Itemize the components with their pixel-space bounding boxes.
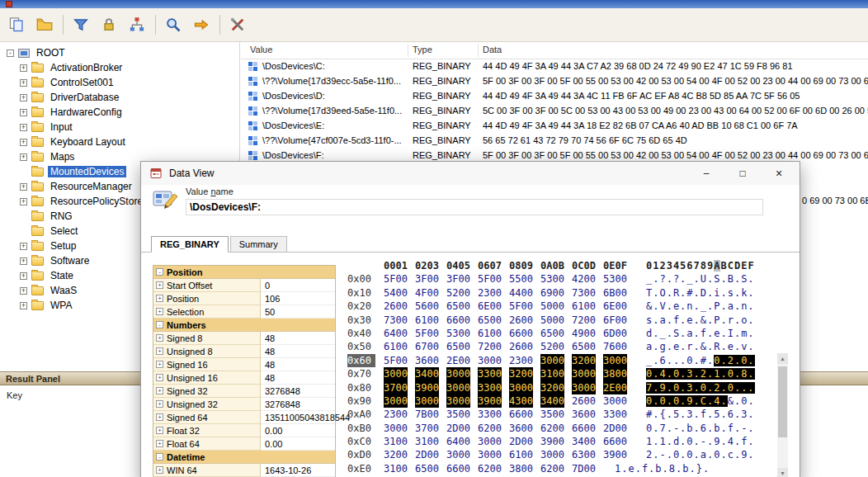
hex-byte-group[interactable]: 3200 [509,367,533,380]
hex-byte-group[interactable]: 3400 [572,435,596,448]
scrollbar-thumb[interactable] [778,366,787,437]
hex-byte-group[interactable]: 3100 [540,367,564,380]
hex-byte-group[interactable]: 3300 [603,408,627,421]
hex-byte-group[interactable]: 6600 [603,435,627,448]
hex-byte-group[interactable]: 6600 [509,327,533,340]
tree-item-input[interactable]: +Input [0,120,239,135]
property-row-float-32[interactable]: +Float 320.00 [153,424,335,437]
hex-byte-group[interactable]: 3000 [603,354,627,367]
hex-byte-group[interactable]: 6E00 [603,300,627,313]
dialog-titlebar[interactable]: Data View – □ × [141,162,800,185]
hex-offset-gutter[interactable]: 0xC0 [347,435,375,448]
hex-byte-group[interactable]: 3500 [446,408,470,421]
hex-byte-group[interactable]: 6300 [572,448,596,461]
hex-byte-group[interactable]: 5F00 [509,300,533,313]
hex-byte-group[interactable]: 4900 [572,327,596,340]
collapse-box-icon[interactable]: - [156,321,163,328]
hex-ascii-column[interactable]: 1.1.d.0.-.9.4.f. [646,436,755,447]
table-row[interactable]: \??\Volume{17d39eed-5a5e-11f0...REG_BINA… [241,104,868,119]
hex-byte-group[interactable]: 3000 [384,367,408,380]
hex-byte-group[interactable]: 6200 [540,462,564,475]
hex-byte-group[interactable]: 3400 [540,394,564,408]
expand-box-icon[interactable]: + [20,257,27,265]
hex-offset-gutter[interactable]: 0xA0 [347,408,375,421]
property-row-position[interactable]: +Position106 [153,292,335,305]
hex-offset-gutter[interactable]: 0x10 [347,286,375,300]
hex-byte-group[interactable]: 3300 [478,367,502,380]
property-row-unsigned-8[interactable]: +Unsigned 848 [153,345,335,358]
hex-byte-group[interactable]: 3000 [572,367,596,380]
hex-byte-group[interactable]: 7B00 [415,408,439,421]
expand-box-icon[interactable]: + [156,295,163,302]
hex-byte-group[interactable]: 7D00 [572,462,596,475]
hex-byte-group[interactable]: 2E00 [446,354,470,367]
hex-row-0x70[interactable]: 0x70300034003000330032003100300038000.4.… [347,367,770,380]
tree-item-hardwareconfig[interactable]: +HardwareConfig [0,105,239,120]
hex-byte-group[interactable]: 6900 [540,286,564,300]
hex-byte-group[interactable]: 6E00 [478,300,502,313]
hex-byte-group[interactable]: 4300 [509,394,533,408]
go-button[interactable] [190,13,213,36]
hex-byte-group[interactable]: 6700 [415,340,439,353]
tree-item-driverdatabase[interactable]: +DriverDatabase [0,90,239,105]
hierarchy-button[interactable] [125,13,149,36]
expand-box-icon[interactable]: + [156,387,163,394]
tree-item-keyboard-layout[interactable]: +Keyboard Layout [0,135,239,149]
expand-box-icon[interactable]: + [156,400,163,408]
hex-row-0x00[interactable]: 0x005F003F003F005F005500530042005300_.?.… [347,272,770,286]
hex-byte-group[interactable]: 3000 [446,448,470,461]
hex-byte-group[interactable]: 6100 [509,448,533,461]
hex-byte-group[interactable]: 6F00 [603,314,627,327]
expand-box-icon[interactable]: + [20,198,27,205]
property-row-signed-32[interactable]: +Signed 323276848 [153,385,335,398]
hex-byte-group[interactable]: 6500 [572,340,596,353]
hex-byte-group[interactable]: 6400 [384,327,408,340]
hex-byte-group[interactable]: 3000 [572,381,596,394]
lock-button[interactable] [97,13,120,36]
hex-byte-group[interactable]: 3300 [478,408,502,421]
minimize-button[interactable]: – [692,162,720,185]
hex-offset-gutter[interactable]: 0x80 [347,381,375,394]
hex-byte-group[interactable]: 3000 [603,394,627,408]
tab-reg-binary[interactable]: REG_BINARY [151,236,229,253]
hex-byte-group[interactable]: 6100 [415,314,439,327]
hex-byte-group[interactable]: 5300 [603,272,627,286]
hex-ascii-column[interactable]: &.V.e.n._.P.a.n. [646,300,755,312]
hex-row-0xE0[interactable]: 0xE03100650066006200380062007D001.e.f.b.… [347,462,770,475]
hex-ascii-column[interactable]: _.6...0.#.0.2.0. [646,355,755,366]
hex-byte-group[interactable]: 2D00 [415,448,439,461]
hex-byte-group[interactable]: 6D00 [603,327,627,340]
table-row[interactable]: \??\Volume{17d39ecc-5a5e-11f0...REG_BINA… [241,74,868,89]
hex-byte-group[interactable]: 3000 [446,367,470,380]
expand-box-icon[interactable]: + [20,243,27,250]
hex-byte-group[interactable]: 2600 [384,300,408,313]
hex-byte-group[interactable]: 5400 [384,286,408,300]
hex-row-0x50[interactable]: 0x5061006700650072002600520065007600a.g.… [347,340,770,353]
hex-offset-gutter[interactable]: 0x30 [347,314,375,327]
table-row[interactable]: \DosDevices\C:REG_BINARY44 4D 49 4F 3A 4… [241,59,868,74]
column-header-value[interactable]: Value [250,45,272,54]
hex-ascii-column[interactable]: 0.7.-.b.6.b.f.-. [646,423,755,434]
hex-offset-gutter[interactable]: 0x40 [347,327,375,340]
hex-ascii-column[interactable]: 1.e.f.b.8.b.}. [615,463,710,475]
hex-byte-group[interactable]: 3900 [415,381,439,394]
expand-box-icon[interactable]: + [20,272,27,280]
property-row-unsigned-16[interactable]: +Unsigned 1648 [153,371,335,385]
hex-ascii-column[interactable]: s.a.f.e.&.P.r.o. [646,314,755,326]
column-divider[interactable] [408,44,408,57]
hex-offset-gutter[interactable]: 0x70 [347,367,375,380]
expand-box-icon[interactable]: + [20,124,27,131]
hex-byte-group[interactable]: 3900 [478,394,502,408]
maximize-button[interactable]: □ [729,162,757,185]
value-name-field[interactable]: \DosDevices\F: [186,199,763,215]
hex-row-0x20[interactable]: 0x202600560065006E005F00500061006E00&.V.… [347,300,770,313]
hex-offset-gutter[interactable]: 0x60 [347,354,375,367]
hex-byte-group[interactable]: 3F00 [446,272,470,286]
expand-box-icon[interactable]: + [156,308,163,315]
hex-byte-group[interactable]: 5600 [415,300,439,313]
hex-byte-group[interactable]: 5F00 [384,354,408,367]
hex-byte-group[interactable]: 5200 [446,286,470,300]
hex-offset-gutter[interactable]: 0x20 [347,300,375,313]
hex-byte-group[interactable]: 7600 [603,340,627,353]
hex-byte-group[interactable]: 3100 [415,435,439,448]
